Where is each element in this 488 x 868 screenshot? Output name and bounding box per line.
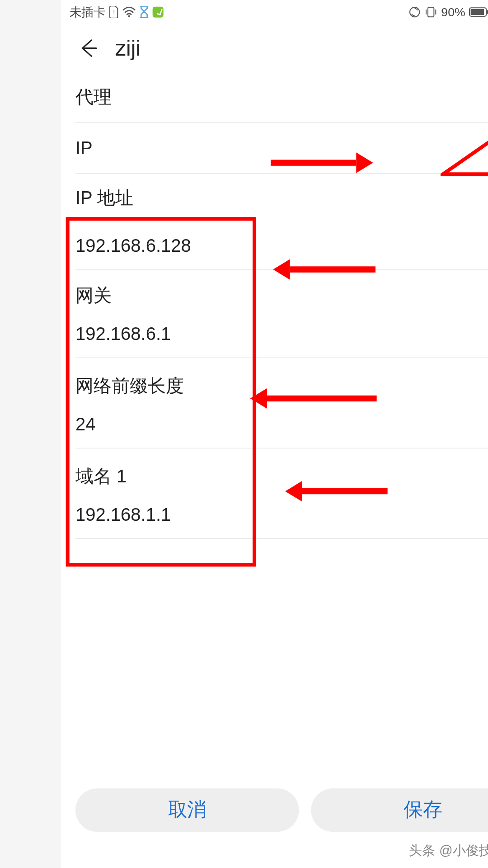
ip-section-title: IP 地址 (75, 174, 488, 217)
app-header: ziji (61, 24, 488, 72)
ip-mode-row[interactable]: IP 静态 (75, 123, 488, 174)
back-button[interactable] (75, 36, 101, 61)
auto-rotate-icon (408, 6, 421, 18)
cancel-button[interactable]: 取消 (75, 788, 299, 832)
svg-rect-3 (428, 7, 434, 17)
gateway-label: 网关 (75, 270, 488, 308)
save-button[interactable]: 保存 (311, 788, 488, 832)
status-bar: 未插卡 ! 90% 上午9:30 (61, 0, 488, 24)
svg-text:!: ! (113, 9, 115, 16)
dns1-label: 域名 1 (75, 451, 488, 489)
vibrate-icon (424, 6, 437, 18)
wifi-icon (122, 7, 136, 18)
proxy-label: 代理 (75, 85, 112, 110)
svg-point-1 (128, 15, 130, 17)
gateway-field[interactable]: 192.168.6.1 (75, 308, 488, 358)
button-bar: 取消 保存 (61, 788, 488, 832)
app-badge-icon (153, 7, 164, 18)
svg-rect-5 (471, 9, 484, 15)
prefix-field[interactable]: 24 (75, 398, 488, 448)
battery-icon (469, 7, 488, 17)
prefix-label: 网络前缀长度 (75, 360, 488, 398)
no-sim-text: 未插卡 (70, 4, 106, 20)
sim-alert-icon: ! (109, 6, 119, 18)
proxy-row[interactable]: 代理 无 (75, 72, 488, 123)
watermark: 头条 @小俊技术分享 (409, 841, 488, 859)
ip-mode-label: IP (75, 138, 93, 158)
dns1-field[interactable]: 192.168.1.1 (75, 489, 488, 539)
page-title: ziji (115, 36, 141, 61)
battery-pct: 90% (441, 5, 465, 19)
hourglass-icon (139, 6, 149, 18)
ip-address-field[interactable]: 192.168.6.128 (75, 217, 488, 270)
